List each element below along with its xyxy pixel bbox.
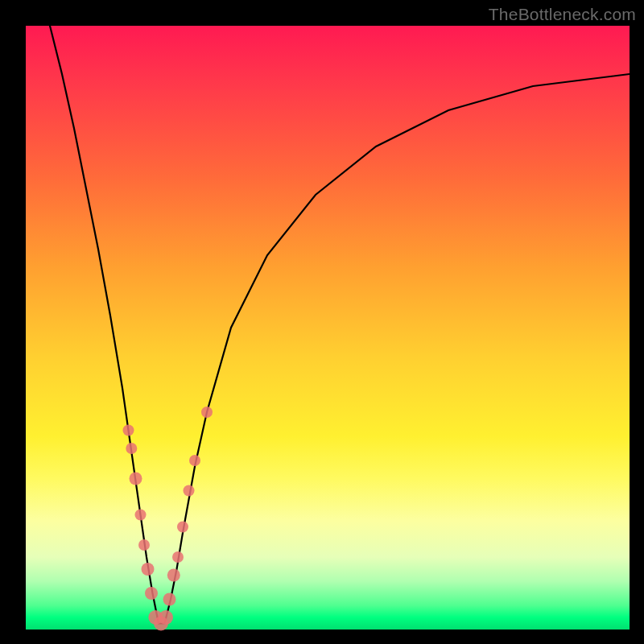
marker-dot — [189, 455, 200, 466]
marker-dot — [138, 539, 150, 551]
marker-group — [123, 407, 213, 631]
marker-dot — [135, 510, 147, 521]
marker-dot — [172, 551, 184, 563]
marker-dot — [184, 485, 195, 497]
bottleneck-curve — [50, 26, 630, 624]
marker-dot — [142, 563, 155, 576]
marker-dot — [201, 407, 213, 418]
marker-dot — [123, 425, 134, 436]
marker-dot — [167, 569, 180, 582]
marker-dot — [163, 593, 176, 606]
marker-dot — [159, 610, 173, 625]
marker-dot — [130, 473, 142, 485]
chart-svg — [26, 26, 630, 630]
marker-dot — [145, 587, 158, 600]
chart-stage: TheBottleneck.com — [0, 0, 644, 644]
watermark-text: TheBottleneck.com — [489, 5, 636, 24]
marker-dot — [126, 443, 137, 454]
marker-dot — [177, 522, 188, 533]
